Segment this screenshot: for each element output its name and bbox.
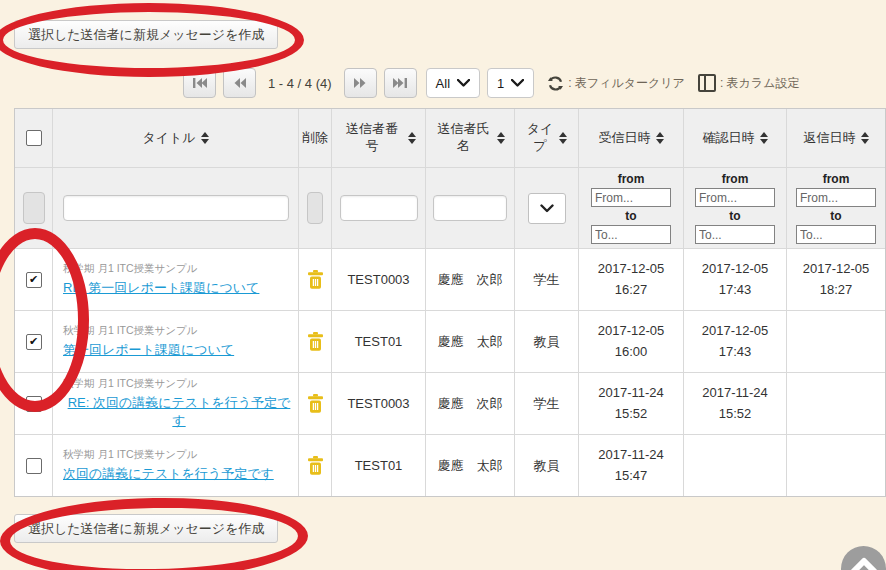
- confirmed-from-input[interactable]: [695, 188, 775, 207]
- row-sender-name: 慶應 太郎: [426, 435, 515, 496]
- row-sender-name: 慶應 太郎: [426, 311, 515, 372]
- sort-replied-icon[interactable]: [861, 132, 869, 144]
- confirmed-to-input[interactable]: [695, 225, 775, 244]
- row-checkbox[interactable]: [26, 396, 42, 412]
- row-replied-datetime: 2017-12-05 18:27: [803, 259, 870, 299]
- table-row: 秋学期 月1 ITC授業サンプル 第一回レポート課題について TEST01 慶應…: [15, 310, 885, 372]
- replied-from-input[interactable]: [796, 188, 876, 207]
- row-confirmed-datetime: 2017-11-24 15:52: [702, 383, 768, 423]
- row-category: 秋学期 月1 ITC授業サンプル: [63, 448, 198, 462]
- row-type: 学生: [515, 249, 579, 310]
- first-page-icon: [192, 77, 208, 89]
- sort-sender-name-icon[interactable]: [497, 132, 505, 144]
- row-received-datetime: 2017-12-05 16:27: [598, 259, 665, 299]
- table-row: 秋学期 月1 ITC授業サンプル RE: 次回の講義にテストを行う予定です TE…: [15, 372, 885, 434]
- prev-page-button[interactable]: [223, 68, 256, 98]
- received-to-input[interactable]: [591, 225, 671, 244]
- column-settings-icon[interactable]: [698, 74, 716, 92]
- received-date-filter: from to: [591, 172, 671, 244]
- last-page-icon: [392, 77, 408, 89]
- page-number-value: 1: [497, 76, 504, 91]
- row-received-datetime: 2017-11-24 15:52: [598, 383, 664, 423]
- pagination-bar: 1 - 4 / 4 (4) All 1 : 表フィルタークリア : 表カラム設定: [183, 68, 799, 98]
- filter-clear-label: : 表フィルタークリア: [568, 75, 685, 92]
- header-sender-name: 送信者氏名: [426, 109, 515, 167]
- trash-icon[interactable]: [307, 456, 324, 475]
- trash-icon[interactable]: [307, 270, 324, 289]
- column-settings-control: : 表カラム設定: [698, 74, 800, 92]
- header-delete: 削除: [299, 109, 332, 167]
- delete-filter-placeholder: [307, 192, 323, 224]
- create-message-button-top[interactable]: 選択した送信者に新規メッセージを作成: [14, 20, 278, 49]
- row-sender-number: TEST01: [332, 311, 426, 372]
- row-title-link[interactable]: 次回の講義にテストを行う予定です: [63, 465, 274, 483]
- header-title: タイトル: [53, 109, 299, 167]
- row-received-datetime: 2017-12-05 16:00: [598, 321, 665, 361]
- select-all-checkbox[interactable]: [26, 130, 42, 146]
- page-size-select[interactable]: All: [426, 68, 480, 98]
- received-from-input[interactable]: [591, 188, 671, 207]
- row-title-link[interactable]: RE: 第一回レポート課題について: [63, 279, 259, 297]
- column-settings-label: : 表カラム設定: [720, 75, 800, 92]
- sender-name-filter-input[interactable]: [433, 195, 507, 221]
- message-table: タイトル 削除 送信者番号 送信者氏名 タイプ 受信日時 確認日時 返信日時: [14, 108, 886, 497]
- row-sender-number: TEST0003: [332, 249, 426, 310]
- row-checkbox[interactable]: [26, 334, 42, 350]
- next-page-icon: [353, 77, 367, 89]
- first-page-button[interactable]: [183, 68, 216, 98]
- chevron-down-icon: [540, 204, 554, 213]
- sender-number-filter-input[interactable]: [340, 195, 418, 221]
- header-type: タイプ: [515, 109, 579, 167]
- table-header-row: タイトル 削除 送信者番号 送信者氏名 タイプ 受信日時 確認日時 返信日時: [15, 109, 885, 167]
- row-checkbox[interactable]: [26, 458, 42, 474]
- row-title-link[interactable]: 第一回レポート課題について: [63, 341, 234, 359]
- last-page-button[interactable]: [384, 68, 417, 98]
- header-received: 受信日時: [579, 109, 684, 167]
- trash-icon[interactable]: [307, 394, 324, 413]
- type-filter-select[interactable]: [528, 193, 566, 224]
- scroll-to-top-button[interactable]: [841, 546, 886, 570]
- replied-date-filter: from to: [796, 172, 876, 244]
- sort-title-icon[interactable]: [201, 132, 209, 144]
- table-row: 秋学期 月1 ITC授業サンプル RE: 第一回レポート課題について TEST0…: [15, 248, 885, 310]
- sort-sender-number-icon[interactable]: [408, 132, 416, 144]
- row-sender-number: TEST01: [332, 435, 426, 496]
- pagination-range-text: 1 - 4 / 4 (4): [268, 76, 332, 91]
- row-category: 秋学期 月1 ITC授業サンプル: [63, 262, 198, 276]
- chevron-down-icon: [457, 79, 470, 87]
- row-category: 秋学期 月1 ITC授業サンプル: [63, 377, 198, 391]
- checkbox-filter-placeholder: [23, 192, 45, 224]
- table-filter-row: from to from to from to: [15, 167, 885, 248]
- chevron-down-icon: [511, 79, 524, 87]
- header-confirmed: 確認日時: [684, 109, 787, 167]
- row-received-datetime: 2017-11-24 15:47: [598, 445, 664, 485]
- row-type: 教員: [515, 311, 579, 372]
- row-checkbox[interactable]: [26, 272, 42, 288]
- row-type: 教員: [515, 435, 579, 496]
- row-sender-name: 慶應 次郎: [426, 249, 515, 310]
- refresh-icon[interactable]: [547, 75, 564, 92]
- confirmed-date-filter: from to: [695, 172, 775, 244]
- sort-confirmed-icon[interactable]: [760, 132, 768, 144]
- prev-page-icon: [233, 77, 247, 89]
- title-filter-input[interactable]: [63, 195, 289, 221]
- row-title-link[interactable]: RE: 次回の講義にテストを行う予定です: [63, 394, 295, 430]
- sort-received-icon[interactable]: [656, 132, 664, 144]
- chevron-up-icon: [851, 556, 877, 570]
- row-sender-number: TEST0003: [332, 373, 426, 434]
- next-page-button[interactable]: [344, 68, 377, 98]
- sort-type-icon[interactable]: [559, 132, 567, 144]
- row-confirmed-datetime: 2017-12-05 17:43: [702, 321, 769, 361]
- row-confirmed-datetime: 2017-12-05 17:43: [702, 259, 769, 299]
- table-row: 秋学期 月1 ITC授業サンプル 次回の講義にテストを行う予定です TEST01…: [15, 434, 885, 496]
- header-replied: 返信日時: [787, 109, 885, 167]
- page-number-select[interactable]: 1: [487, 68, 534, 98]
- header-sender-number: 送信者番号: [332, 109, 426, 167]
- page-size-value: All: [436, 76, 450, 91]
- filter-clear-control: : 表フィルタークリア: [547, 75, 685, 92]
- replied-to-input[interactable]: [796, 225, 876, 244]
- row-category: 秋学期 月1 ITC授業サンプル: [63, 324, 198, 338]
- create-message-button-bottom[interactable]: 選択した送信者に新規メッセージを作成: [14, 514, 278, 543]
- table-body: 秋学期 月1 ITC授業サンプル RE: 第一回レポート課題について TEST0…: [15, 248, 885, 496]
- trash-icon[interactable]: [307, 332, 324, 351]
